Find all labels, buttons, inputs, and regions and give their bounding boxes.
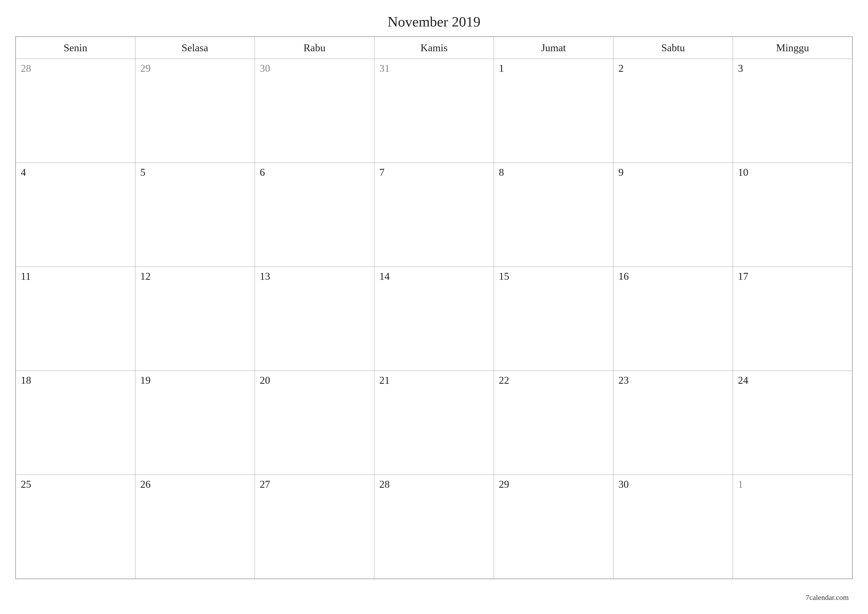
weekday-header: Sabtu bbox=[614, 37, 733, 59]
weekday-header-row: Senin Selasa Rabu Kamis Jumat Sabtu Ming… bbox=[16, 37, 852, 59]
calendar-week-row: 11121314151617 bbox=[16, 267, 852, 371]
calendar-day-cell: 10 bbox=[733, 163, 852, 267]
day-number: 18 bbox=[21, 375, 31, 386]
day-number: 16 bbox=[618, 270, 629, 282]
calendar-day-cell: 6 bbox=[254, 163, 374, 267]
day-number: 5 bbox=[140, 166, 146, 178]
calendar-day-cell: 2 bbox=[614, 59, 733, 163]
day-number: 30 bbox=[260, 63, 270, 74]
day-number: 29 bbox=[140, 63, 151, 74]
day-number: 23 bbox=[618, 375, 629, 386]
day-number: 1 bbox=[738, 479, 743, 490]
calendar-day-cell: 25 bbox=[16, 475, 135, 579]
calendar-day-cell: 28 bbox=[374, 475, 494, 579]
calendar-day-cell: 8 bbox=[494, 163, 614, 267]
calendar-day-cell: 7 bbox=[374, 163, 494, 267]
calendar-day-cell: 29 bbox=[135, 59, 254, 163]
day-number: 10 bbox=[738, 166, 748, 178]
weekday-header: Rabu bbox=[254, 37, 374, 59]
calendar-day-cell: 13 bbox=[254, 267, 374, 371]
day-number: 20 bbox=[260, 375, 270, 386]
calendar-day-cell: 14 bbox=[374, 267, 494, 371]
calendar-day-cell: 31 bbox=[374, 59, 494, 163]
day-number: 25 bbox=[21, 479, 31, 490]
day-number: 19 bbox=[140, 375, 151, 386]
calendar-day-cell: 12 bbox=[135, 267, 254, 371]
calendar-day-cell: 5 bbox=[135, 163, 254, 267]
weekday-header: Selasa bbox=[135, 37, 254, 59]
calendar-day-cell: 4 bbox=[16, 163, 135, 267]
calendar-day-cell: 29 bbox=[494, 475, 614, 579]
calendar-day-cell: 1 bbox=[733, 475, 852, 579]
day-number: 21 bbox=[379, 375, 390, 386]
day-number: 31 bbox=[379, 63, 390, 74]
weekday-header: Minggu bbox=[733, 37, 852, 59]
calendar-day-cell: 9 bbox=[614, 163, 733, 267]
day-number: 30 bbox=[618, 479, 629, 490]
calendar-day-cell: 24 bbox=[733, 371, 852, 475]
weekday-header: Jumat bbox=[494, 37, 614, 59]
calendar-week-row: 18192021222324 bbox=[16, 371, 852, 475]
calendar-week-row: 28293031123 bbox=[16, 59, 852, 163]
day-number: 28 bbox=[21, 63, 31, 74]
day-number: 26 bbox=[140, 479, 151, 490]
day-number: 13 bbox=[260, 270, 270, 282]
weekday-header: Senin bbox=[16, 37, 135, 59]
day-number: 6 bbox=[260, 166, 265, 178]
calendar-day-cell: 22 bbox=[494, 371, 614, 475]
day-number: 24 bbox=[738, 375, 748, 386]
calendar-body: 2829303112345678910111213141516171819202… bbox=[16, 59, 852, 579]
day-number: 12 bbox=[140, 270, 151, 282]
day-number: 17 bbox=[738, 270, 748, 282]
calendar-day-cell: 23 bbox=[614, 371, 733, 475]
day-number: 29 bbox=[499, 479, 509, 490]
day-number: 27 bbox=[260, 479, 270, 490]
day-number: 4 bbox=[21, 166, 26, 178]
calendar-day-cell: 16 bbox=[614, 267, 733, 371]
day-number: 2 bbox=[618, 63, 623, 74]
calendar-day-cell: 30 bbox=[254, 59, 374, 163]
calendar-week-row: 2526272829301 bbox=[16, 475, 852, 579]
weekday-header: Kamis bbox=[374, 37, 494, 59]
day-number: 22 bbox=[499, 375, 509, 386]
calendar-day-cell: 11 bbox=[16, 267, 135, 371]
day-number: 15 bbox=[499, 270, 509, 282]
calendar-day-cell: 1 bbox=[494, 59, 614, 163]
calendar-day-cell: 26 bbox=[135, 475, 254, 579]
calendar-day-cell: 15 bbox=[494, 267, 614, 371]
footer-credit: 7calendar.com bbox=[806, 593, 849, 602]
day-number: 3 bbox=[738, 63, 743, 74]
calendar-day-cell: 3 bbox=[733, 59, 852, 163]
day-number: 14 bbox=[379, 270, 390, 282]
day-number: 9 bbox=[618, 166, 623, 178]
calendar-day-cell: 30 bbox=[614, 475, 733, 579]
calendar-day-cell: 20 bbox=[254, 371, 374, 475]
calendar-day-cell: 19 bbox=[135, 371, 254, 475]
calendar-day-cell: 18 bbox=[16, 371, 135, 475]
calendar-day-cell: 17 bbox=[733, 267, 852, 371]
calendar-day-cell: 28 bbox=[16, 59, 135, 163]
day-number: 1 bbox=[499, 63, 504, 74]
day-number: 7 bbox=[379, 166, 384, 178]
calendar-title: November 2019 bbox=[16, 13, 852, 30]
day-number: 11 bbox=[21, 270, 31, 282]
calendar-day-cell: 27 bbox=[254, 475, 374, 579]
day-number: 28 bbox=[379, 479, 390, 490]
day-number: 8 bbox=[499, 166, 504, 178]
calendar-day-cell: 21 bbox=[374, 371, 494, 475]
calendar-grid: Senin Selasa Rabu Kamis Jumat Sabtu Ming… bbox=[16, 36, 852, 579]
calendar-week-row: 45678910 bbox=[16, 163, 852, 267]
